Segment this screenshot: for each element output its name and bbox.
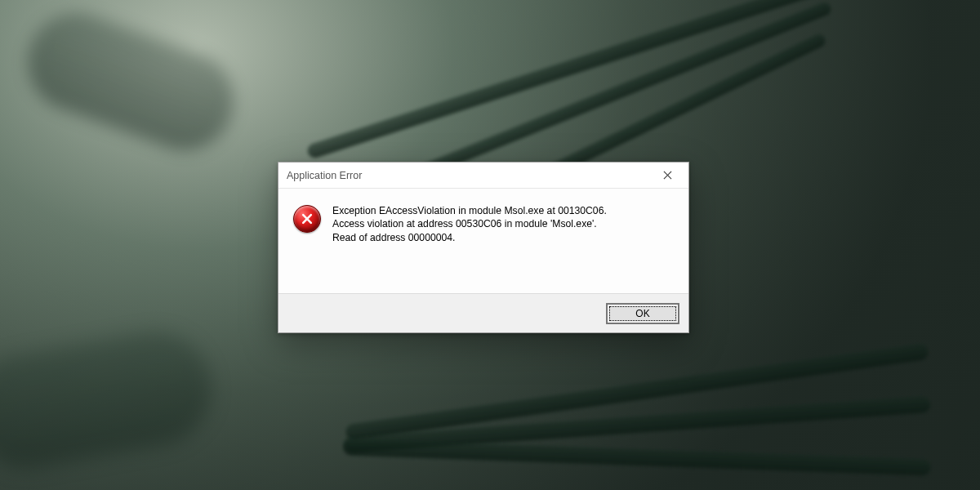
close-button[interactable] (653, 166, 682, 185)
close-icon (663, 168, 672, 183)
dialog-button-row: OK (278, 293, 688, 332)
error-dialog: Application Error Exception EAccessViola… (278, 162, 689, 333)
ok-button[interactable]: OK (607, 304, 679, 323)
background-frond (343, 439, 931, 475)
dialog-title: Application Error (287, 170, 362, 181)
background-frond (0, 323, 220, 478)
background-frond (14, 0, 247, 164)
error-message: Exception EAccessViolation in module Mso… (332, 203, 607, 283)
error-icon (293, 205, 321, 233)
dialog-titlebar[interactable]: Application Error (278, 163, 688, 189)
dialog-content: Exception EAccessViolation in module Mso… (278, 189, 688, 293)
